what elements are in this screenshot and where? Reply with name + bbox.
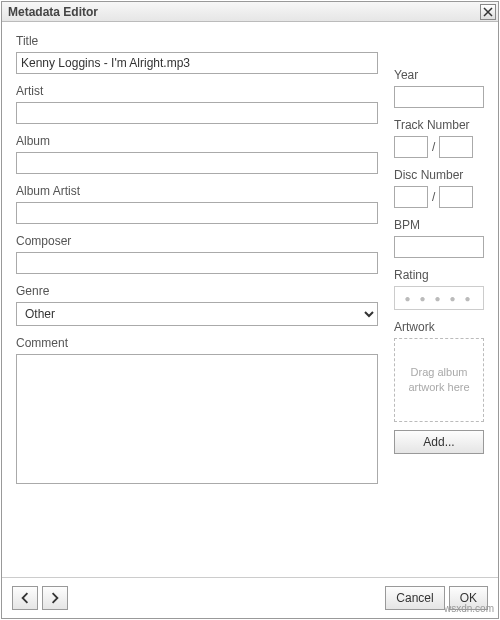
year-field: Year [394,68,484,108]
star-icon: ● [450,293,459,304]
dialog-title: Metadata Editor [8,5,480,19]
track-num-input[interactable] [394,136,428,158]
artwork-label: Artwork [394,320,484,334]
disc-sep: / [432,190,435,204]
arrow-right-icon [49,592,61,604]
track-total-input[interactable] [439,136,473,158]
genre-label: Genre [16,284,378,298]
artwork-dropzone[interactable]: Drag album artwork here [394,338,484,422]
ok-button[interactable]: OK [449,586,488,610]
album-label: Album [16,134,378,148]
dialog-footer: Cancel OK [2,577,498,618]
track-number-field: Track Number / [394,118,484,158]
composer-label: Composer [16,234,378,248]
dialog-content: Title Artist Album Album Artist Composer [2,22,498,577]
next-button[interactable] [42,586,68,610]
disc-number-label: Disc Number [394,168,484,182]
comment-field: Comment [16,336,378,487]
arrow-left-icon [19,592,31,604]
title-input[interactable] [16,52,378,74]
disc-num-input[interactable] [394,186,428,208]
comment-label: Comment [16,336,378,350]
artist-label: Artist [16,84,378,98]
composer-input[interactable] [16,252,378,274]
artist-input[interactable] [16,102,378,124]
album-field: Album [16,134,378,174]
star-icon: ● [434,293,443,304]
artwork-drop-text: Drag album artwork here [395,365,483,396]
star-icon: ● [465,293,474,304]
bpm-input[interactable] [394,236,484,258]
cancel-button[interactable]: Cancel [385,586,444,610]
left-column: Title Artist Album Album Artist Composer [16,34,378,577]
rating-field: Rating ● ● ● ● ● [394,268,484,310]
bpm-field: BPM [394,218,484,258]
genre-select[interactable]: Other [16,302,378,326]
star-icon: ● [419,293,428,304]
album-artist-input[interactable] [16,202,378,224]
close-button[interactable] [480,4,496,20]
album-artist-label: Album Artist [16,184,378,198]
disc-number-field: Disc Number / [394,168,484,208]
title-label: Title [16,34,378,48]
artwork-field: Artwork Drag album artwork here Add... [394,320,484,454]
year-label: Year [394,68,484,82]
disc-total-input[interactable] [439,186,473,208]
composer-field: Composer [16,234,378,274]
track-number-label: Track Number [394,118,484,132]
add-artwork-button[interactable]: Add... [394,430,484,454]
year-input[interactable] [394,86,484,108]
bpm-label: BPM [394,218,484,232]
title-field: Title [16,34,378,74]
close-icon [483,7,493,17]
album-artist-field: Album Artist [16,184,378,224]
metadata-editor-dialog: Metadata Editor Title Artist Album Album… [1,1,499,619]
titlebar: Metadata Editor [2,2,498,22]
rating-control[interactable]: ● ● ● ● ● [394,286,484,310]
star-icon: ● [404,293,413,304]
rating-label: Rating [394,268,484,282]
right-column: Year Track Number / Disc Number / [394,34,484,577]
comment-textarea[interactable] [16,354,378,484]
album-input[interactable] [16,152,378,174]
prev-button[interactable] [12,586,38,610]
track-sep: / [432,140,435,154]
genre-field: Genre Other [16,284,378,326]
artist-field: Artist [16,84,378,124]
